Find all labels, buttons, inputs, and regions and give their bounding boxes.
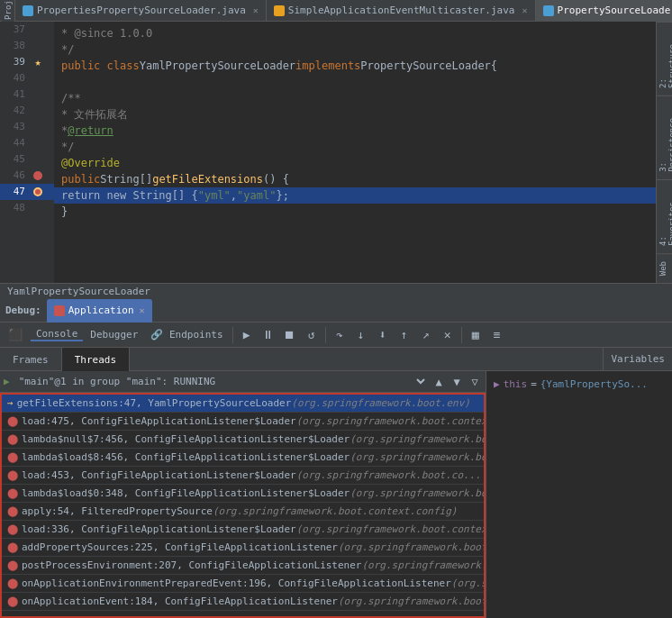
stack-frame-7[interactable]: ⬤ load:336, ConfigFileApplicationListene… (2, 521, 484, 539)
thread-filter-btn[interactable]: ▽ (468, 375, 482, 389)
stack-frame-6[interactable]: ⬤ apply:54, FilteredPropertySource (org.… (2, 503, 484, 521)
code-string-yml: "yml" (198, 187, 231, 204)
var-expand-icon: ▶ (494, 378, 500, 390)
code-method-name: getFileExtensions (152, 171, 263, 187)
debug-tab-icon (54, 305, 65, 316)
code-text-41: /** (61, 90, 81, 106)
persistence-panel-label[interactable]: 3: Persistence (657, 95, 672, 179)
evaluate-btn[interactable]: ✕ (438, 325, 458, 345)
stack-frame-2[interactable]: ⬤ lambda$null$7:456, ConfigFileApplicati… (2, 431, 484, 449)
structure-panel-label[interactable]: 2: Structure (657, 22, 672, 95)
step-into-btn[interactable]: ↓ (351, 325, 371, 345)
debug-tab-application[interactable]: Application ✕ (47, 299, 152, 323)
tab-close-multicaster[interactable]: ✕ (522, 5, 528, 15)
thread-down-btn[interactable]: ▼ (450, 375, 464, 389)
resume-btn[interactable]: ▶ (237, 325, 257, 345)
frame-location-1: (org.springframework.boot.context.confi.… (296, 415, 484, 427)
code-text-37: * @since 1.0.0 (61, 25, 152, 41)
line-num-40: 40 (0, 70, 29, 86)
gutter-39: ★ (29, 56, 47, 68)
variables-header-tab: Variables (603, 348, 672, 370)
frames-subtab[interactable]: Frames (0, 348, 62, 371)
subtabs-spacer (130, 348, 603, 370)
line-gutter-42: 42 (0, 103, 54, 119)
toolbar-sep-3 (461, 327, 462, 343)
console-icon: ⬛ (8, 328, 23, 341)
frame-icon-7: ⬤ (7, 523, 18, 535)
frame-method-7: load:336, ConfigFileApplicationListener$… (22, 523, 296, 535)
frame-method-6: apply:54, FilteredPropertySource (22, 505, 213, 517)
frame-icon-9: ⬤ (7, 559, 18, 571)
stop-btn[interactable]: ⏹ (280, 325, 300, 345)
step-over-btn[interactable]: ↷ (330, 325, 350, 345)
code-content[interactable]: * @since 1.0.0 */ public class YamlPrope… (54, 22, 656, 283)
settings-btn[interactable]: ≡ (487, 325, 507, 345)
debug-tab-close[interactable]: ✕ (140, 305, 145, 315)
favorites-panel-label[interactable]: 4: Favorites (657, 179, 672, 253)
frame-location-10: (org.springfr... (451, 577, 484, 589)
tab-property-source-loader[interactable]: PropertySourceLoader.java ✕ (536, 0, 672, 22)
line-gutter-45: 45 (0, 151, 54, 168)
code-line-37: * @since 1.0.0 (54, 25, 656, 41)
debugger-subtab[interactable]: Debugger (85, 329, 143, 341)
frame-method-3: lambda$load$8:456, ConfigFileApplication… (22, 451, 350, 463)
line-numbers-gutter: 37 38 39 ★ 40 41 (0, 22, 54, 283)
step-out-btn[interactable]: ↑ (395, 325, 414, 345)
run-to-cursor-btn[interactable]: ↗ (416, 325, 436, 345)
line-gutter-39: 39 ★ (0, 54, 54, 70)
force-step-into-btn[interactable]: ⬇ (373, 325, 393, 345)
debug-content: ▶ "main"@1 in group "main": RUNNING ▲ ▼ … (0, 371, 672, 618)
tabs-bar: 1: Project PropertiesPropertySourceLoade… (0, 0, 672, 22)
frame-method-4: load:453, ConfigFileApplicationListener$… (22, 469, 296, 481)
stack-frame-1[interactable]: ⬤ load:475, ConfigFileApplicationListene… (2, 413, 484, 431)
debug-header: Debug: Application ✕ (0, 299, 672, 323)
code-line-41: /** (54, 90, 656, 106)
var-equals-this: = (531, 378, 537, 390)
stack-frame-8[interactable]: ⬤ addPropertySources:225, ConfigFileAppl… (2, 539, 484, 557)
breakpoint-icon-46 (33, 171, 42, 180)
tab-properties-loader[interactable]: PropertiesPropertySourceLoader.java ✕ (15, 0, 267, 22)
rerun-btn[interactable]: ↺ (302, 325, 322, 345)
watch-btn[interactable]: ▦ (466, 325, 486, 345)
frames-label: Frames (13, 354, 49, 366)
tab-icon-properties (23, 5, 33, 16)
code-end-brace: }; (276, 187, 288, 204)
console-subtab[interactable]: Console (31, 328, 83, 341)
stack-frame-5[interactable]: ⬤ lambda$load$0:348, ConfigFileApplicati… (2, 485, 484, 503)
endpoints-subtab[interactable]: 🔗 Endpoints (145, 329, 228, 341)
stack-frames[interactable]: → getFileExtensions:47, YamlPropertySour… (0, 393, 486, 618)
variable-this[interactable]: ▶ this = {YamlPropertySo... (486, 375, 672, 393)
tab-simple-multicaster[interactable]: SimpleApplicationEventMulticaster.java ✕ (267, 0, 536, 22)
stack-frame-11[interactable]: ⬤ onApplicationEvent:184, ConfigFileAppl… (2, 593, 484, 611)
line-num-42: 42 (0, 103, 29, 119)
web-panel-label[interactable]: Web (657, 253, 672, 283)
line-gutter-37: 37 (0, 22, 54, 38)
line-gutter-46: 46 (0, 168, 54, 184)
var-value-this: {YamlPropertySo... (540, 378, 648, 390)
frame-method-10: onApplicationEnvironmentPreparedEvent:19… (22, 577, 451, 589)
toolbar-console-btn[interactable]: ⬛ (5, 325, 25, 345)
line-gutter-47: 47 (0, 184, 54, 200)
frames-panel: ▶ "main"@1 in group "main": RUNNING ▲ ▼ … (0, 371, 486, 618)
stack-frame-10[interactable]: ⬤ onApplicationEnvironmentPreparedEvent:… (2, 575, 484, 593)
code-editor: 37 38 39 ★ 40 41 (0, 22, 672, 283)
frame-icon-0: → (7, 397, 14, 409)
frame-location-7: (org.springframework.boot.context.confi.… (296, 523, 484, 535)
stack-frame-0[interactable]: → getFileExtensions:47, YamlPropertySour… (2, 395, 484, 413)
frame-method-8: addPropertySources:225, ConfigFileApplic… (22, 541, 338, 553)
code-return-stmt: return new String[] { (61, 187, 198, 204)
stack-frame-9[interactable]: ⬤ postProcessEnvironment:207, ConfigFile… (2, 557, 484, 575)
line-num-43: 43 (0, 119, 29, 135)
thread-dropdown[interactable]: "main"@1 in group "main": RUNNING (15, 375, 428, 388)
line-num-37: 37 (0, 22, 29, 38)
frame-method-2: lambda$null$7:456, ConfigFileApplication… (22, 433, 350, 445)
code-line-42: * 文件拓展名 (54, 106, 656, 123)
frame-method-11: onApplicationEvent:184, ConfigFileApplic… (22, 595, 338, 607)
pause-btn[interactable]: ⏸ (259, 325, 278, 345)
stack-frame-4[interactable]: ⬤ load:453, ConfigFileApplicationListene… (2, 467, 484, 485)
tab-close-properties[interactable]: ✕ (253, 5, 259, 15)
threads-subtab[interactable]: Threads (62, 348, 130, 371)
thread-up-btn[interactable]: ▲ (431, 375, 446, 389)
tab-label-loader: PropertySourceLoader.java (558, 5, 672, 16)
stack-frame-3[interactable]: ⬤ lambda$load$8:456, ConfigFileApplicati… (2, 449, 484, 467)
